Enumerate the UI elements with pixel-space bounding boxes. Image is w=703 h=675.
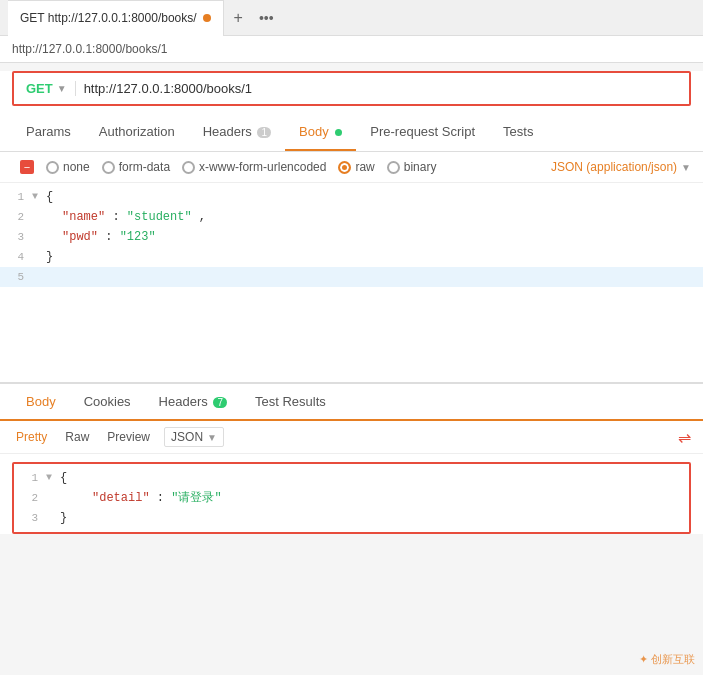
wrap-button[interactable]: ⇌ [678,428,691,447]
code-line-3: 3 "pwd" : "123" [0,227,703,247]
response-code-block: 1 ▼ { 2 "detail" : "请登录" 3 } [12,462,691,534]
option-raw-label: raw [355,160,374,174]
resp-test-results-label: Test Results [255,394,326,409]
body-label: Body [299,124,329,139]
line-arrow-1: ▼ [32,188,46,206]
option-none-label: none [63,160,90,174]
resp-key-detail: "detail" [92,491,150,505]
cursor [46,268,53,286]
code-key-name: "name" [62,210,105,224]
resp-format-preview[interactable]: Preview [103,428,154,446]
headers-badge: 1 [257,127,271,138]
pretty-label: Pretty [16,430,47,444]
method-label: GET [26,81,53,96]
option-urlencoded-label: x-www-form-urlencoded [199,160,326,174]
brace-close: } [46,248,53,266]
line-num-3: 3 [0,228,32,246]
response-format-bar: Pretty Raw Preview JSON ▼ ⇌ [0,421,703,454]
request-tab[interactable]: GET http://127.0.0.1:8000/books/ [8,0,224,36]
watermark: ✦ 创新互联 [639,652,695,667]
new-tab-button[interactable]: + [224,9,253,27]
json-format-select[interactable]: JSON (application/json) ▼ [551,160,691,174]
resp-json-chevron-icon: ▼ [207,432,217,443]
preview-label: Preview [107,430,150,444]
line-num-5: 5 [0,268,32,286]
request-body-editor[interactable]: 1 ▼ { 2 "name" : "student" , 3 "pwd" : "… [0,183,703,383]
resp-headers-badge: 7 [213,397,227,408]
code-line-5: 5 [0,267,703,287]
resp-line-num-2: 2 [14,489,46,507]
tab-headers[interactable]: Headers 1 [189,114,285,151]
resp-json-select[interactable]: JSON ▼ [164,427,224,447]
resp-tab-cookies[interactable]: Cookies [70,384,145,421]
minus-button[interactable]: − [20,160,34,174]
line-num-4: 4 [0,248,32,266]
option-none[interactable]: none [46,160,90,174]
code-line-4: 4 } [0,247,703,267]
chevron-down-icon: ▼ [57,83,67,94]
resp-tab-headers[interactable]: Headers 7 [145,384,241,421]
resp-code-line-3: 3 } [14,508,689,528]
resp-line-num-3: 3 [14,509,46,527]
request-section: GET ▼ Params Authorization Headers 1 Bod… [0,71,703,384]
tab-params[interactable]: Params [12,114,85,151]
headers-label: Headers [203,124,252,139]
resp-format-raw[interactable]: Raw [61,428,93,446]
code-value-123: "123" [120,230,156,244]
tab-bar: GET http://127.0.0.1:8000/books/ + ••• [0,0,703,36]
resp-headers-label: Headers [159,394,208,409]
resp-tab-test-results[interactable]: Test Results [241,384,340,421]
authorization-label: Authorization [99,124,175,139]
resp-brace-open: { [60,469,67,487]
resp-line-num-1: 1 [14,469,46,487]
resp-tab-body[interactable]: Body [12,384,70,421]
option-form-data[interactable]: form-data [102,160,170,174]
params-label: Params [26,124,71,139]
resp-cookies-label: Cookies [84,394,131,409]
line-num-1: 1 [0,188,32,206]
more-tabs-button[interactable]: ••• [253,10,280,26]
tests-label: Tests [503,124,533,139]
resp-value-detail: "请登录" [171,491,221,505]
option-urlencoded[interactable]: x-www-form-urlencoded [182,160,326,174]
tab-pre-request[interactable]: Pre-request Script [356,114,489,151]
json-chevron-icon: ▼ [681,162,691,173]
tab-authorization[interactable]: Authorization [85,114,189,151]
url-display: http://127.0.0.1:8000/books/1 [12,42,167,56]
option-binary[interactable]: binary [387,160,437,174]
tab-body[interactable]: Body [285,114,356,151]
resp-code-line-1: 1 ▼ { [14,468,689,488]
brace-open: { [46,188,53,206]
pre-request-label: Pre-request Script [370,124,475,139]
resp-arrow-1: ▼ [46,469,60,487]
resp-body-label: Body [26,394,56,409]
url-bar: http://127.0.0.1:8000/books/1 [0,36,703,63]
json-format-label: JSON (application/json) [551,160,677,174]
code-key-pwd: "pwd" [62,230,98,244]
body-dot-green [335,129,342,136]
resp-code-line-2: 2 "detail" : "请登录" [14,488,689,508]
radio-binary [387,161,400,174]
resp-format-pretty[interactable]: Pretty [12,428,51,446]
tab-tests[interactable]: Tests [489,114,547,151]
resp-brace-close: } [60,509,67,527]
tab-label: GET http://127.0.0.1:8000/books/ [20,11,197,25]
request-row: GET ▼ [12,71,691,106]
response-section: Body Cookies Headers 7 Test Results Pret… [0,384,703,534]
option-raw[interactable]: raw [338,160,374,174]
radio-none [46,161,59,174]
radio-raw [338,161,351,174]
url-input[interactable] [84,81,677,96]
code-value-student: "student" [127,210,192,224]
resp-json-label: JSON [171,430,203,444]
option-form-data-label: form-data [119,160,170,174]
raw-label: Raw [65,430,89,444]
method-select[interactable]: GET ▼ [26,81,76,96]
option-binary-label: binary [404,160,437,174]
response-tabs: Body Cookies Headers 7 Test Results [0,384,703,421]
code-line-2: 2 "name" : "student" , [0,207,703,227]
code-line-1: 1 ▼ { [0,187,703,207]
body-options: − none form-data x-www-form-urlencoded r… [0,152,703,183]
tab-dot-orange [203,14,211,22]
radio-form-data [102,161,115,174]
